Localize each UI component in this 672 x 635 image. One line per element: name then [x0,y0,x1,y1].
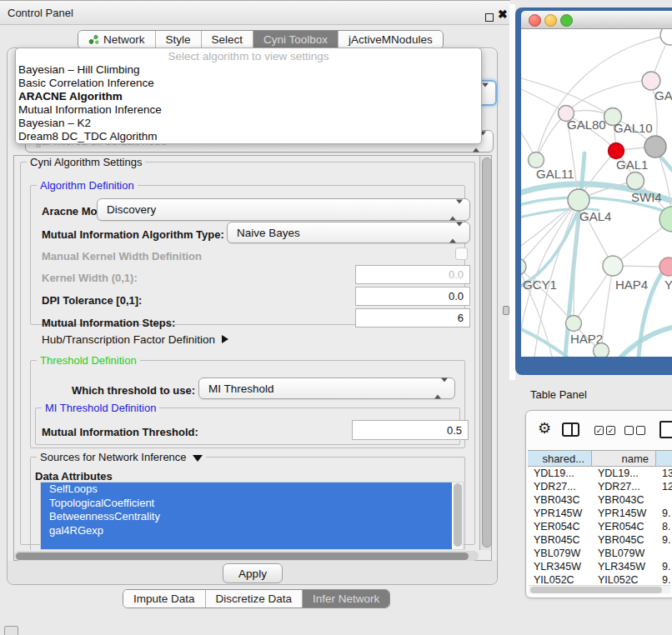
table-row[interactable]: YDR27...YDR27...12 [528,480,672,493]
select-all-checkbox-icon[interactable]: ✓ [606,426,615,435]
network-node-unlabeled[interactable] [660,29,672,45]
dropdown-item-bayesian-hill-climbing[interactable]: Bayesian – Hill Climbing [16,63,481,77]
network-node-gal11[interactable] [529,152,544,168]
tab-label: Infer Network [313,592,379,605]
column-header-clipped[interactable] [656,451,672,466]
table-cell: YBR043C [592,494,656,506]
mi-threshold-field[interactable]: 0.5 [352,420,469,440]
hub-section-toggle[interactable]: Hub/Transcription Factor Definition [42,333,228,346]
node-label: GAL10 [614,121,653,135]
network-node-unlabeled[interactable] [644,136,666,158]
dropdown-item-bayesian-k2[interactable]: Bayesian – K2 [16,117,481,130]
mi-steps-field[interactable]: 6 [355,308,470,328]
manual-kernel-checkbox[interactable] [455,248,468,260]
network-node-gal4[interactable] [568,189,589,211]
horizontal-scrollbar-thumb[interactable] [16,552,469,560]
mi-type-label: Mutual Information Algorithm Type: [42,228,224,241]
attribute-item-gal4rgexp[interactable]: gal4RGexp [41,524,452,538]
horizontal-scrollbar[interactable] [14,551,479,561]
tab-style[interactable]: Style [155,31,201,48]
tab-jactivemnodules[interactable]: jActiveMNodules [338,31,443,48]
network-canvas[interactable]: GALGAL80GAL10GAL1GAL11SWI4GAL4GCY1HAP4YH… [521,29,672,357]
network-node-hap2[interactable] [566,316,582,332]
dropdown-item-aracne-algorithm[interactable]: ARACNE Algorithm [16,90,481,103]
vertical-scrollbar[interactable] [479,156,491,550]
network-node-hap4[interactable] [603,256,623,276]
table-row[interactable]: YLR345WYLR345W9. [528,560,672,573]
columns-icon[interactable] [562,422,579,437]
collapse-down-icon [193,455,203,462]
aracne-mode-value: Discovery [107,203,156,216]
tab-select[interactable]: Select [201,31,253,48]
aracne-mode-select[interactable]: Discovery [97,198,470,221]
table-body: YDL19...YDL19...13YDR27...YDR27...12YBR0… [528,467,672,584]
tab-label: Select [212,33,243,46]
mi-type-value: Naive Bayes [237,227,300,239]
close-window-icon[interactable] [529,14,541,27]
attributes-scrollbar[interactable] [453,482,463,549]
network-node-unlabeled[interactable] [594,343,609,358]
close-panel-icon[interactable]: ✖ [498,8,508,21]
sources-group-toggle[interactable]: Sources for Network Inference [37,451,206,463]
table-cell: YPR145W [592,508,656,519]
float-panel-icon[interactable] [485,13,494,22]
table-cell: YBL079W [528,548,592,559]
table-row[interactable]: YPR145WYPR145W9. [528,507,672,520]
network-node-gal[interactable] [642,72,660,90]
table-cell: YBR045C [592,534,656,546]
tab-label: jActiveMNodules [349,33,433,46]
dropdown-item-basic-correlation-inference[interactable]: Basic Correlation Inference [16,77,481,90]
mi-type-select[interactable]: Naive Bayes [227,222,470,243]
deselect-all-checkbox-icon[interactable] [636,426,645,435]
splitter-handle[interactable] [503,306,509,315]
vertical-scrollbar-thumb[interactable] [482,158,492,548]
apply-button[interactable]: Apply [223,563,283,583]
which-threshold-select[interactable]: MI Threshold [198,378,455,399]
table-row[interactable]: YER054CYER054C8. [528,520,672,533]
attributes-scrollbar-thumb[interactable] [454,483,462,547]
table-cell: YBR043C [528,494,592,506]
select-all-checkbox-icon[interactable]: ✓ [594,426,604,435]
control-panel-title: Control Panel [8,7,73,19]
kernel-width-field[interactable]: 0.0 [355,265,470,284]
algorithm-dropdown: Select algorithm to view settings Bayesi… [15,48,482,144]
table-row[interactable]: YIL052CYIL052C9. [528,573,672,584]
tab-network[interactable]: Network [78,31,155,48]
dropdown-item-dream8-dc-tdc-algorithm[interactable]: Dream8 DC_TDC Algorithm [16,130,481,143]
table-horizontal-scrollbar[interactable] [529,585,670,593]
kernel-width-label: Kernel Width (0,1): [42,272,138,284]
table-row[interactable]: YDL19...YDL19...13 [528,467,672,480]
table-row[interactable]: YBL079WYBL079W [528,547,672,560]
attribute-item-betweennesscentrality[interactable]: BetweennessCentrality [41,510,452,524]
tab-cyni-toolbox[interactable]: Cyni Toolbox [253,31,338,48]
dpi-tolerance-field[interactable]: 0.0 [355,287,470,306]
column-header-shared[interactable]: shared... [528,451,592,466]
minimize-window-icon[interactable] [544,14,557,27]
network-node-gcy1[interactable] [521,258,526,275]
table-cell: YER054C [592,521,656,532]
gear-icon[interactable]: ⚙ [538,421,551,436]
tab-infer-network[interactable]: Infer Network [302,590,389,608]
table-row[interactable]: YBR043CYBR043C [528,493,672,507]
attribute-item-topologicalcoefficient[interactable]: TopologicalCoefficient [41,497,452,511]
panel-grip[interactable] [4,626,18,635]
dropdown-item-mutual-information-inference[interactable]: Mutual Information Inference [16,103,481,117]
tab-impute-data[interactable]: Impute Data [123,590,205,608]
network-node-swi4[interactable] [627,172,644,190]
network-window-titlebar[interactable] [521,11,672,29]
deselect-all-checkbox-icon[interactable] [624,426,634,435]
export-table-icon[interactable] [659,421,672,438]
tab-discretize-data[interactable]: Discretize Data [205,590,303,608]
which-threshold-label: Which threshold to use: [72,384,195,397]
table-cell: YDL19... [592,468,656,479]
column-header-name[interactable]: name [592,451,656,466]
attribute-item-clipped[interactable] [41,538,452,550]
attribute-item-selfloops[interactable]: SelfLoops [41,482,452,497]
table-row[interactable]: YBR045CYBR045C9. [528,533,672,547]
network-node-y[interactable] [659,258,672,276]
zoom-window-icon[interactable] [560,14,573,27]
table-cell: 12 [656,481,672,492]
node-label: GAL [654,88,672,102]
network-node-gal1[interactable] [609,143,624,159]
table-scrollbar-thumb[interactable] [530,587,662,593]
